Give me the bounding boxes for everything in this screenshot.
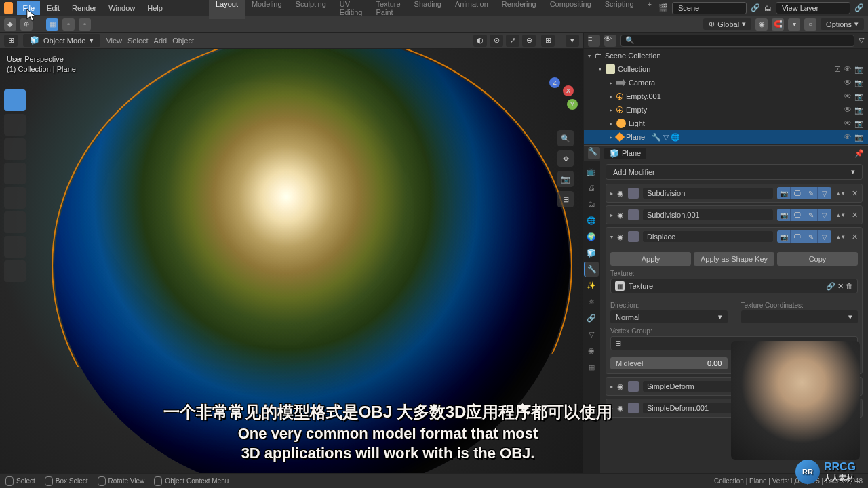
scene-selector[interactable]: Scene — [672, 2, 747, 14]
checkbox-icon[interactable]: ☑ — [834, 65, 841, 74]
add-menu[interactable]: Add — [154, 37, 167, 45]
cursor-icon[interactable]: ⊕ — [20, 18, 33, 30]
select-menu[interactable]: Select — [127, 37, 149, 45]
pin-icon[interactable]: 📌 — [854, 149, 864, 158]
render-icon[interactable]: 📷 — [854, 133, 864, 142]
apply-button[interactable]: Apply — [610, 252, 691, 266]
empty001-item[interactable]: ▸ Empty.001👁📷 — [584, 89, 868, 103]
eye-icon[interactable]: ◉ — [617, 382, 624, 391]
edit-toggle[interactable]: ✎ — [804, 187, 818, 199]
render-tab[interactable]: 📺 — [584, 164, 599, 179]
select-tool[interactable] — [4, 89, 26, 111]
texcoord-dropdown[interactable]: ▾ — [741, 310, 859, 323]
move-down-icon[interactable]: ▾ — [842, 190, 845, 197]
render-icon[interactable]: 📷 — [854, 79, 864, 87]
eye-icon[interactable]: 👁 — [844, 78, 852, 87]
tab-animation[interactable]: Animation — [448, 0, 495, 19]
direction-dropdown[interactable]: Normal▾ — [610, 310, 728, 323]
modifier-name[interactable]: Displace — [643, 231, 773, 242]
render-icon[interactable]: 📷 — [854, 92, 864, 101]
render-icon[interactable]: 📷 — [854, 106, 864, 115]
window-menu[interactable]: Window — [103, 1, 140, 15]
proportional-icon[interactable]: ○ — [804, 18, 816, 30]
tab-layout[interactable]: Layout — [209, 0, 245, 19]
object-crumb[interactable]: 🧊 Plane — [604, 148, 646, 159]
edit-toggle[interactable]: ✎ — [804, 230, 818, 243]
cage-toggle[interactable]: ▽ — [818, 209, 831, 221]
render-menu[interactable]: Render — [66, 1, 102, 15]
tab-compositing[interactable]: Compositing — [543, 0, 598, 19]
overlay-icon[interactable]: ◐ — [473, 35, 487, 47]
move-down-icon[interactable]: ▾ — [842, 233, 845, 240]
render-toggle[interactable]: 📷 — [777, 187, 791, 199]
move-down-icon[interactable]: ▾ — [842, 211, 845, 218]
scene-tab[interactable]: 🌐 — [584, 213, 599, 228]
options-dropdown[interactable]: Options ▾ — [821, 18, 864, 30]
physics-tab[interactable]: ⚛ — [584, 294, 599, 309]
scene-collection-row[interactable]: ▾🗀 Scene Collection — [584, 49, 868, 62]
eye-icon[interactable]: 👁 — [844, 119, 852, 128]
tab-texpaint[interactable]: Texture Paint — [369, 0, 407, 19]
eye-icon[interactable]: ◉ — [617, 232, 624, 241]
shading-dropdown-icon[interactable]: ▾ — [566, 35, 579, 47]
eye-icon[interactable]: ◉ — [617, 189, 624, 198]
object-tab[interactable]: 🧊 — [584, 245, 599, 260]
eye-icon[interactable]: 👁 — [844, 132, 852, 142]
render-toggle[interactable]: 📷 — [777, 209, 791, 221]
expand-icon[interactable]: ▸ — [610, 212, 613, 218]
move-tool[interactable] — [4, 138, 26, 160]
props-type-icon[interactable]: 🔧 — [588, 147, 600, 159]
snap-box-icon[interactable]: ▦ — [46, 18, 58, 30]
render-icon[interactable]: 📷 — [854, 65, 864, 74]
tab-shading[interactable]: Shading — [408, 0, 448, 19]
output-tab[interactable]: 🖨 — [584, 180, 599, 195]
mesh-tab[interactable]: ▽ — [584, 327, 599, 342]
world-tab[interactable]: 🌍 — [584, 229, 599, 244]
nav-gizmo[interactable]: X Y Z — [534, 83, 575, 123]
tab-add[interactable]: + — [641, 0, 658, 19]
filter-icon[interactable]: ▽ — [859, 36, 864, 45]
material-tab[interactable]: ◉ — [584, 343, 599, 358]
edit-toggle[interactable]: ✎ — [804, 209, 818, 221]
shade-wire-icon[interactable]: ⊞ — [541, 35, 555, 47]
tab-sculpting[interactable]: Sculpting — [289, 0, 333, 19]
move-up-icon[interactable]: ▴ — [837, 211, 840, 218]
close-icon[interactable]: ✕ — [852, 211, 858, 220]
tab-uv[interactable]: UV Editing — [333, 0, 370, 19]
eye-icon[interactable]: 👁 — [844, 64, 852, 74]
edit-menu[interactable]: Edit — [41, 1, 65, 15]
overlay-icon-2[interactable]: ⊙ — [490, 35, 503, 47]
move-up-icon[interactable]: ▴ — [837, 190, 840, 197]
close-icon[interactable]: ✕ — [852, 189, 858, 198]
camera-icon[interactable]: 📷 — [557, 171, 574, 187]
viewport-toggle[interactable]: 🖵 — [791, 230, 804, 243]
add-modifier-dropdown[interactable]: Add Modifier▾ — [606, 164, 863, 180]
particle-tab[interactable]: ✨ — [584, 278, 599, 293]
view-menu[interactable]: View — [106, 37, 122, 45]
scale-tool[interactable] — [4, 187, 26, 209]
midlevel-field[interactable]: Midlevel0.00 — [610, 357, 728, 369]
editor-type-icon[interactable]: ⊞ — [4, 35, 18, 47]
eye-icon[interactable]: 👁 — [844, 105, 852, 115]
viewlayer-selector[interactable]: View Layer — [776, 2, 850, 14]
tab-rendering[interactable]: Rendering — [495, 0, 543, 19]
light-item[interactable]: ▸ Light👁📷 — [584, 117, 868, 130]
empty-item[interactable]: ▸ Empty👁📷 — [584, 103, 868, 117]
collection-row[interactable]: ▾ Collection ☑👁📷 — [584, 62, 868, 76]
modifier-name[interactable]: Subdivision — [643, 188, 773, 199]
tab-modeling[interactable]: Modeling — [245, 0, 289, 19]
pan-icon[interactable]: ✥ — [557, 150, 574, 167]
snap-icon[interactable]: 🧲 — [772, 18, 784, 30]
cage-toggle[interactable]: ▽ — [818, 230, 831, 243]
viewlayer-tab[interactable]: 🗂 — [584, 197, 599, 211]
camera-item[interactable]: ▸ Camera👁📷 — [584, 76, 868, 89]
cursor-tool[interactable] — [4, 114, 26, 136]
eye-icon[interactable]: 👁 — [844, 92, 852, 101]
modifier-tab[interactable]: 🔧 — [584, 262, 599, 277]
render-icon[interactable]: 📷 — [854, 119, 864, 128]
eye-icon[interactable]: ◉ — [617, 211, 624, 220]
pivot-icon[interactable]: ◆ — [4, 18, 16, 30]
modifier-name[interactable]: Subdivision.001 — [643, 209, 773, 220]
transform-tool[interactable] — [4, 211, 26, 233]
render-toggle[interactable]: 📷 — [777, 230, 791, 243]
